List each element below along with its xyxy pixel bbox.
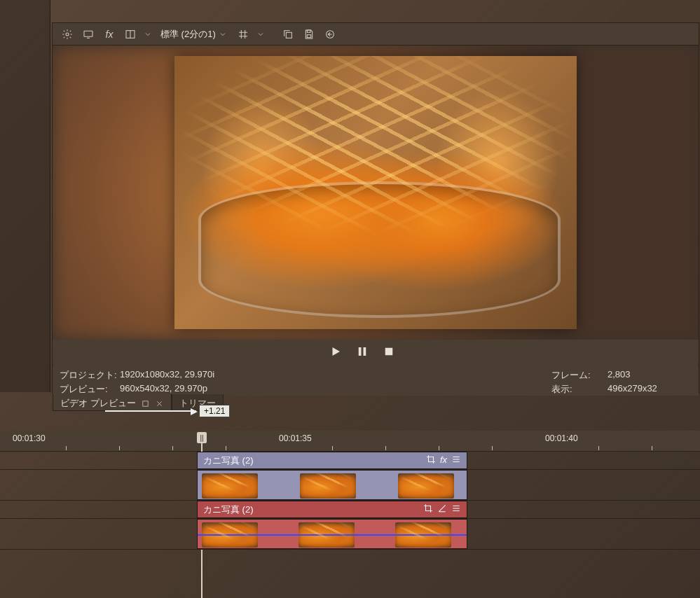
- zoom-preset-label: 標準 (2分の1): [160, 28, 216, 41]
- save-icon[interactable]: [301, 27, 317, 42]
- svg-rect-4: [307, 34, 310, 37]
- crop-icon[interactable]: [426, 454, 436, 466]
- clear-overlays-icon[interactable]: [322, 27, 338, 42]
- svg-rect-1: [84, 31, 92, 36]
- svg-point-0: [66, 33, 69, 36]
- timeline: 00:01:30 00:01:35 00:01:40 || カニ写真 (2) f…: [0, 431, 700, 598]
- copy-icon[interactable]: [280, 27, 296, 42]
- preview-viewport[interactable]: [53, 46, 699, 340]
- clip-thumbnail: [395, 522, 451, 548]
- timeline-ruler[interactable]: 00:01:30 00:01:35 00:01:40 ||: [0, 431, 700, 452]
- display-label: 表示:: [551, 383, 608, 396]
- gear-icon[interactable]: [60, 27, 75, 42]
- clip-header[interactable]: カニ写真 (2) fx: [197, 452, 467, 469]
- project-value: 1920x1080x32, 29.970i: [120, 369, 260, 382]
- preview-frame-image: [174, 56, 577, 329]
- play-button[interactable]: [328, 344, 343, 359]
- zoom-preset-dropdown[interactable]: 標準 (2分の1): [158, 28, 230, 41]
- preview-toolbar: fx 標準 (2分の1): [53, 23, 699, 46]
- ruler-mark: 00:01:40: [545, 433, 578, 443]
- preview-panel: fx 標準 (2分の1) プロジェ: [52, 22, 699, 394]
- frame-label: フレーム:: [551, 369, 608, 382]
- zoom-value[interactable]: +1.21: [199, 405, 230, 417]
- stop-button[interactable]: [381, 344, 397, 359]
- clip-thumbs[interactable]: [197, 470, 467, 500]
- menu-icon[interactable]: [451, 454, 461, 466]
- clip-title: カニ写真 (2): [203, 503, 254, 516]
- svg-rect-3: [286, 32, 291, 38]
- video-track-2-thumbs[interactable]: [0, 519, 700, 550]
- fx-icon[interactable]: fx: [102, 27, 117, 42]
- crop-icon[interactable]: [423, 503, 433, 515]
- frame-value: 2,803: [608, 369, 692, 382]
- clip-thumbs[interactable]: [197, 519, 467, 549]
- clip-thumbnail: [300, 473, 356, 499]
- playhead[interactable]: ||: [197, 432, 207, 443]
- video-track-thumbs[interactable]: [0, 470, 700, 501]
- clip-title: カニ写真 (2): [203, 454, 254, 467]
- split-screen-icon[interactable]: [123, 27, 138, 42]
- zoom-indicator: +1.21: [105, 405, 230, 417]
- pause-button[interactable]: [355, 344, 370, 359]
- fade-icon[interactable]: [437, 503, 447, 515]
- clip-thumbnail: [202, 473, 258, 499]
- fx-icon[interactable]: fx: [440, 454, 447, 466]
- clip-thumbnail: [398, 473, 454, 499]
- video-track[interactable]: カニ写真 (2) fx: [0, 452, 700, 470]
- svg-rect-7: [359, 347, 362, 356]
- svg-rect-9: [385, 348, 393, 356]
- clip-thumbnail: [298, 522, 355, 548]
- project-label: プロジェクト:: [60, 369, 120, 382]
- arrow-icon: [105, 410, 196, 412]
- preview-info: プロジェクト: 1920x1080x32, 29.970i フレーム: 2,80…: [53, 366, 699, 396]
- svg-rect-5: [307, 30, 310, 32]
- svg-rect-8: [364, 347, 366, 356]
- chevron-down-icon[interactable]: [256, 27, 265, 42]
- display-value: 496x279x32: [608, 383, 692, 396]
- clip-thumbnail: [202, 522, 258, 548]
- video-track-2[interactable]: カニ写真 (2): [0, 501, 700, 519]
- external-preview-icon[interactable]: [81, 27, 96, 42]
- grid-icon[interactable]: [235, 27, 251, 42]
- chevron-down-icon[interactable]: [144, 27, 152, 42]
- playback-menu-icon[interactable]: [408, 344, 423, 359]
- clip-header[interactable]: カニ写真 (2): [197, 501, 467, 518]
- ruler-mark: 00:01:30: [13, 433, 46, 443]
- menu-icon[interactable]: [451, 503, 461, 515]
- ruler-mark: 00:01:35: [279, 433, 312, 443]
- playback-controls: [53, 340, 699, 363]
